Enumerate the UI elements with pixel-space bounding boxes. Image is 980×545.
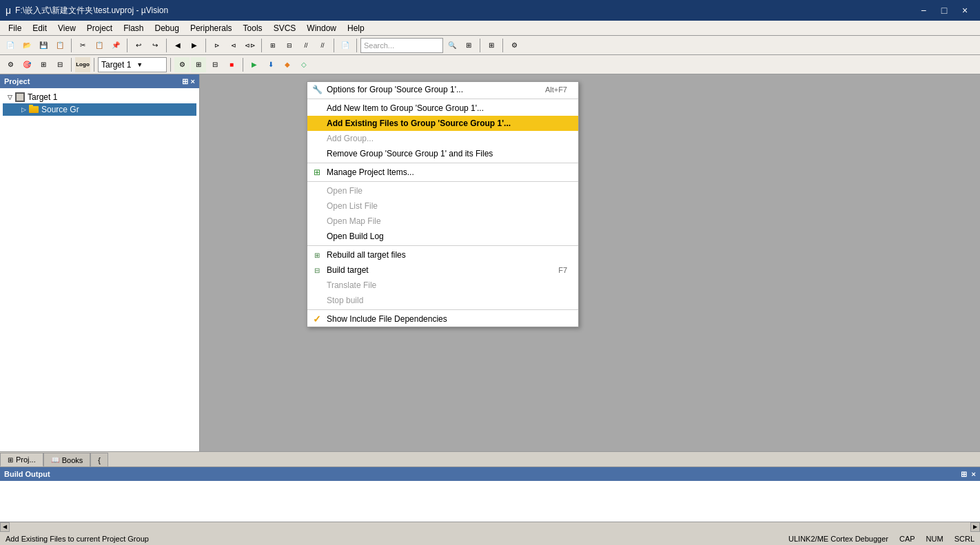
tb-target-props[interactable]: 🎯 — [19, 57, 34, 72]
menu-peripherals[interactable]: Peripherals — [185, 22, 238, 34]
menu-edit[interactable]: Edit — [27, 22, 52, 34]
tb-uncomment[interactable]: // — [315, 38, 330, 53]
ctx-remove-group[interactable]: Remove Group 'Source Group 1' and its Fi… — [307, 146, 578, 161]
ctx-build-shortcut: F7 — [544, 266, 567, 274]
ctx-add-group-label: Add Group... — [327, 134, 374, 143]
tb-view-split[interactable]: ⊞ — [484, 38, 499, 53]
scroll-right-arrow[interactable]: ▶ — [970, 522, 980, 532]
tb-copy[interactable]: 📋 — [92, 38, 107, 53]
tb-saveall[interactable]: 📋 — [52, 38, 68, 53]
menu-debug[interactable]: Debug — [150, 22, 185, 34]
tree-toggle-group[interactable]: ▷ — [19, 105, 28, 114]
tb-sep11 — [94, 58, 94, 72]
menu-file[interactable]: File — [3, 22, 27, 34]
window-title: F:\嵌入式\新建文件夹\test.uvproj - µVision — [15, 5, 168, 17]
search-box[interactable]: Search... — [360, 38, 443, 53]
target-icon — [15, 92, 25, 102]
menu-flash[interactable]: Flash — [118, 22, 149, 34]
ctx-add-new-item-label: Add New Item to Group 'Source Group 1'..… — [327, 103, 484, 113]
ctx-open-file: Open File — [307, 183, 578, 198]
minimize-button[interactable]: − — [914, 1, 933, 20]
ctx-stop-build-label: Stop build — [327, 296, 363, 305]
tb-bookmark1[interactable]: ⊳ — [210, 38, 225, 53]
menu-tools[interactable]: Tools — [238, 22, 268, 34]
ctx-open-map-file-label: Open Map File — [327, 216, 381, 226]
tb-stop[interactable]: ■ — [224, 57, 239, 72]
ctx-options-for-group[interactable]: 🔧 Options for Group 'Source Group 1'... … — [307, 82, 578, 97]
tb-search-ref[interactable]: ⊞ — [461, 38, 476, 53]
tb-bookmark2[interactable]: ⊲ — [226, 38, 241, 53]
tree-target1[interactable]: ▽ Target 1 — [3, 91, 196, 103]
tb-batch-build[interactable]: ⊟ — [207, 57, 223, 72]
tb-build-target[interactable]: ⚙ — [174, 57, 190, 72]
tb-compile[interactable]: ⚙ — [3, 57, 18, 72]
scroll-track[interactable] — [10, 522, 970, 532]
horizontal-scrollbar[interactable]: ◀ ▶ — [0, 522, 980, 531]
tb-outdent[interactable]: ⊟ — [282, 38, 297, 53]
tb-new[interactable]: 📄 — [3, 38, 18, 53]
scroll-left-arrow[interactable]: ◀ — [0, 522, 10, 532]
ctx-sep4 — [307, 245, 578, 246]
tb-bookmark3[interactable]: ⊲⊳ — [243, 38, 258, 53]
ctx-manage-project[interactable]: ⊞ Manage Project Items... — [307, 165, 578, 180]
project-panel-header: Project ⊞ × — [0, 74, 199, 88]
ctx-build-target[interactable]: ⊟ Build target F7 — [307, 263, 578, 278]
tb-batch[interactable]: ⊞ — [36, 57, 51, 72]
toolbar-row1: 📄 📂 💾 📋 ✂ 📋 📌 ↩ ↪ ◀ ▶ ⊳ ⊲ ⊲⊳ ⊞ ⊟ // // 📄… — [0, 36, 980, 55]
menu-help[interactable]: Help — [342, 22, 370, 34]
maximize-button[interactable]: □ — [935, 1, 954, 20]
editor-area[interactable]: 🔧 Options for Group 'Source Group 1'... … — [200, 74, 980, 451]
build-output-pin[interactable]: ⊞ — [961, 470, 967, 478]
ctx-sep2 — [307, 163, 578, 163]
tb-logo[interactable]: Logo — [75, 57, 90, 72]
menu-svcs[interactable]: SVCS — [268, 22, 302, 34]
tb-nav-back[interactable]: ◀ — [170, 38, 185, 53]
build-output-header: Build Output ⊞ × — [0, 467, 980, 481]
debugger-label: ULINK2/ME Cortex Debugger — [788, 535, 888, 543]
ctx-show-include[interactable]: ✓ Show Include File Dependencies — [307, 311, 578, 327]
tb-undo[interactable]: ↩ — [131, 38, 146, 53]
tb-cut[interactable]: ✂ — [75, 38, 90, 53]
menu-bar: File Edit View Project Flash Debug Perip… — [0, 21, 980, 36]
tb-sep2 — [127, 39, 127, 52]
ctx-open-build-log[interactable]: Open Build Log — [307, 229, 578, 244]
tb-paste[interactable]: 📌 — [108, 38, 123, 53]
tb-flash-erase[interactable]: ◇ — [296, 57, 312, 72]
tb-snippet[interactable]: 📄 — [338, 38, 353, 53]
tb-flash-dl[interactable]: ◆ — [280, 57, 295, 72]
tb-comment[interactable]: // — [298, 38, 314, 53]
tb-download[interactable]: ⬇ — [263, 57, 278, 72]
tree-source-group[interactable]: ▷ Source Gr — [3, 103, 196, 116]
tb-save[interactable]: 💾 — [36, 38, 51, 53]
tab-proj[interactable]: ⊞ Proj... — [0, 453, 43, 466]
tab-proj-icon: ⊞ — [8, 456, 13, 464]
target-dropdown[interactable]: Target 1 ▼ — [98, 57, 167, 72]
context-menu: 🔧 Options for Group 'Source Group 1'... … — [307, 81, 579, 327]
ctx-rebuild-all[interactable]: ⊞ Rebuild all target files — [307, 247, 578, 263]
ctx-add-existing-files[interactable]: Add Existing Files to Group 'Source Grou… — [307, 116, 578, 131]
ctx-open-list-file-label: Open List File — [327, 201, 378, 211]
menu-project[interactable]: Project — [81, 22, 118, 34]
tb-search[interactable]: 🔍 — [445, 38, 460, 53]
tab-books-icon: 📖 — [51, 456, 59, 464]
tb-manage[interactable]: ⊟ — [52, 57, 68, 72]
tb-debug[interactable]: ▶ — [247, 57, 262, 72]
tb-rebuild[interactable]: ⊞ — [191, 57, 206, 72]
menu-view[interactable]: View — [52, 22, 81, 34]
tb-settings[interactable]: ⚙ — [507, 38, 522, 53]
ctx-add-new-item[interactable]: Add New Item to Group 'Source Group 1'..… — [307, 101, 578, 116]
tb-redo[interactable]: ↪ — [147, 38, 163, 53]
panel-close-button[interactable]: × — [191, 77, 195, 86]
menu-window[interactable]: Window — [301, 22, 342, 34]
tb-nav-fwd[interactable]: ▶ — [187, 38, 202, 53]
tb-indent[interactable]: ⊞ — [265, 38, 280, 53]
build-output-close[interactable]: × — [972, 470, 976, 478]
tab-books[interactable]: 📖 Books — [43, 453, 91, 466]
ctx-checkmark-icon: ✓ — [312, 313, 323, 325]
ctx-open-list-file: Open List File — [307, 198, 578, 214]
tb-open[interactable]: 📂 — [19, 38, 34, 53]
tab-extra[interactable]: { — [90, 453, 108, 466]
panel-pin-button[interactable]: ⊞ — [182, 77, 188, 86]
close-button[interactable]: × — [955, 1, 974, 20]
tree-toggle-target[interactable]: ▽ — [6, 93, 14, 101]
